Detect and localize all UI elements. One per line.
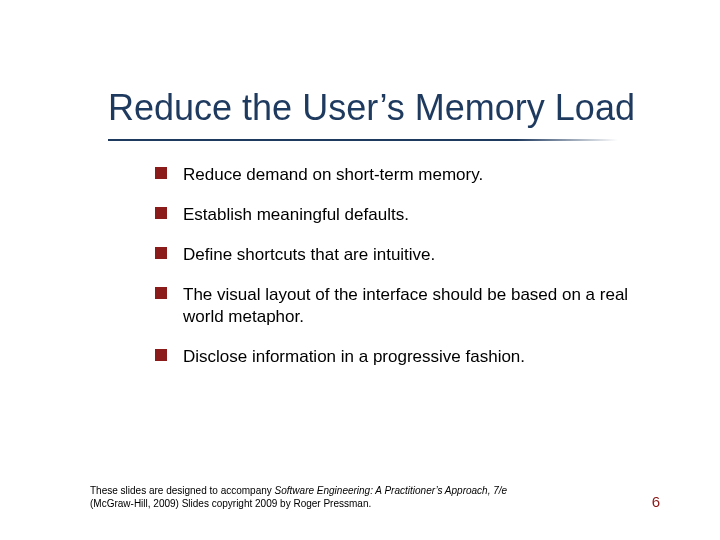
list-item: Reduce demand on short-term memory. bbox=[155, 164, 635, 186]
footer-text: (McGraw-Hill, 2009) Slides copyright 200… bbox=[90, 498, 371, 509]
bullet-list: Reduce demand on short-term memory. Esta… bbox=[155, 164, 635, 387]
list-item: The visual layout of the interface shoul… bbox=[155, 284, 635, 328]
list-item: Establish meaningful defaults. bbox=[155, 204, 635, 226]
bullet-text: Reduce demand on short-term memory. bbox=[183, 164, 635, 186]
slide: Reduce the User’s Memory Load Reduce dem… bbox=[0, 0, 720, 540]
bullet-text: Disclose information in a progressive fa… bbox=[183, 346, 635, 368]
footer-text: These slides are designed to accompany bbox=[90, 485, 275, 496]
square-bullet-icon bbox=[155, 247, 167, 259]
slide-title: Reduce the User’s Memory Load bbox=[108, 88, 668, 128]
footer-italic: Software Engineering: A Practitioner’s A… bbox=[275, 485, 508, 496]
title-underline bbox=[108, 139, 618, 141]
square-bullet-icon bbox=[155, 349, 167, 361]
footer-citation: These slides are designed to accompany S… bbox=[90, 485, 610, 510]
bullet-text: The visual layout of the interface shoul… bbox=[183, 284, 635, 328]
square-bullet-icon bbox=[155, 207, 167, 219]
bullet-text: Establish meaningful defaults. bbox=[183, 204, 635, 226]
page-number: 6 bbox=[652, 493, 660, 510]
bullet-text: Define shortcuts that are intuitive. bbox=[183, 244, 635, 266]
list-item: Define shortcuts that are intuitive. bbox=[155, 244, 635, 266]
square-bullet-icon bbox=[155, 167, 167, 179]
list-item: Disclose information in a progressive fa… bbox=[155, 346, 635, 368]
square-bullet-icon bbox=[155, 287, 167, 299]
